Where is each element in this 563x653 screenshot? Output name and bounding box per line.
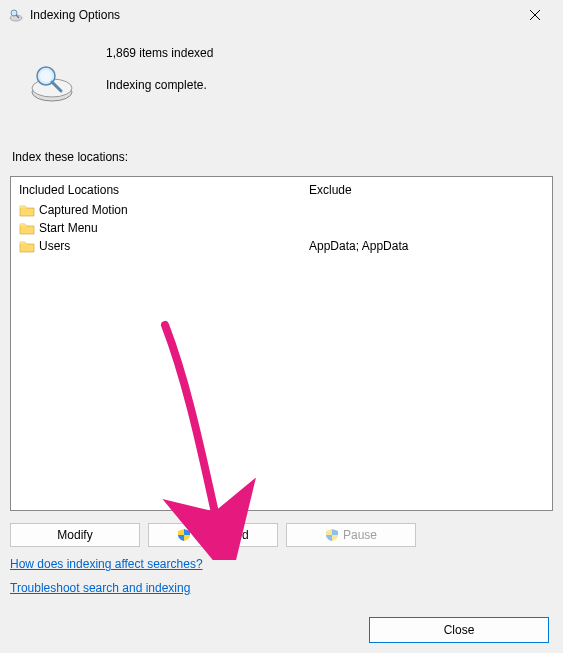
indexing-state: Indexing complete. [106,78,213,92]
button-label: Advanced [195,528,248,542]
folder-icon [19,239,35,253]
indexed-count: 1,869 items indexed [106,46,213,60]
dialog-footer: Close [369,617,549,643]
troubleshoot-link[interactable]: Troubleshoot search and indexing [10,581,190,595]
pause-button: Pause [286,523,416,547]
location-name: Users [39,239,70,253]
locations-rows: Captured Motion Start Menu Users AppData… [11,201,552,510]
location-exclude: AppData; AppData [309,239,544,253]
action-buttons: Modify Advanced Pause [0,519,563,555]
status-text: 1,869 items indexed Indexing complete. [106,46,213,110]
folder-icon [19,203,35,217]
location-name: Captured Motion [39,203,128,217]
button-label: Close [444,623,475,637]
app-icon [8,7,24,23]
title-bar: Indexing Options [0,0,563,30]
window-title: Indexing Options [30,8,515,22]
status-area: 1,869 items indexed Indexing complete. [0,30,563,120]
folder-icon [19,221,35,235]
list-item[interactable]: Captured Motion [11,201,552,219]
close-button[interactable]: Close [369,617,549,643]
advanced-button[interactable]: Advanced [148,523,278,547]
indexing-icon [28,58,76,106]
modify-button[interactable]: Modify [10,523,140,547]
column-header-exclude[interactable]: Exclude [309,183,544,197]
button-label: Pause [343,528,377,542]
shield-icon [325,528,339,542]
svg-point-0 [10,15,22,21]
column-header-included[interactable]: Included Locations [19,183,309,197]
list-item[interactable]: Start Menu [11,219,552,237]
button-label: Modify [57,528,92,542]
shield-icon [177,528,191,542]
locations-list: Included Locations Exclude Captured Moti… [10,176,553,511]
location-name: Start Menu [39,221,98,235]
close-icon [530,10,540,20]
svg-point-8 [40,70,52,82]
help-link[interactable]: How does indexing affect searches? [10,557,203,571]
column-headers: Included Locations Exclude [11,177,552,201]
help-links: How does indexing affect searches? Troub… [0,555,563,607]
locations-label: Index these locations: [0,120,563,172]
list-item[interactable]: Users AppData; AppData [11,237,552,255]
window-close-button[interactable] [515,1,555,29]
